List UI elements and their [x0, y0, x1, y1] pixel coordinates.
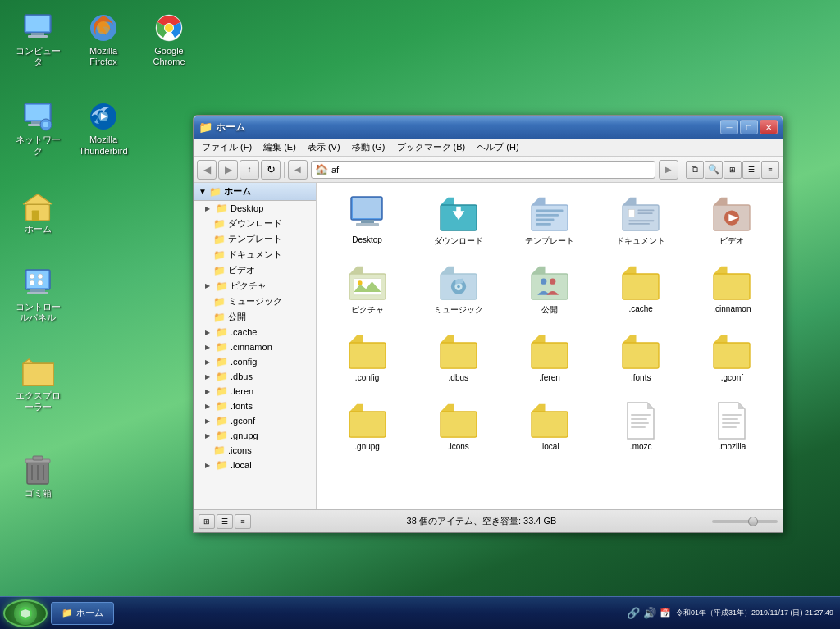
- statusbar-list-view-button[interactable]: ☰: [217, 514, 233, 529]
- sidebar-item-music[interactable]: 📁 ミュージック: [194, 294, 316, 309]
- sidebar-item-feren[interactable]: ▶ 📁 .feren: [194, 384, 316, 399]
- toolbar-icon-view-button[interactable]: ⊞: [724, 161, 742, 179]
- sidebar-item-config[interactable]: ▶ 📁 .config: [194, 354, 316, 369]
- sidebar-item-local[interactable]: ▶ 📁 .local: [194, 458, 316, 472]
- statusbar-zoom-slider[interactable]: [712, 520, 778, 523]
- toolbar-nav-right[interactable]: ▶: [659, 160, 678, 180]
- desktop-icon-chrome[interactable]: Google Chrome: [139, 8, 199, 71]
- sidebar-item-label-video: ビデオ: [228, 264, 255, 276]
- menu-file[interactable]: ファイル (F): [197, 139, 257, 155]
- svg-rect-78: [722, 414, 742, 416]
- svg-point-22: [30, 274, 34, 279]
- file-item-public[interactable]: 公開: [505, 258, 593, 324]
- sidebar-item-public[interactable]: 📁 公開: [194, 309, 316, 325]
- sidebar-item-cache[interactable]: ▶ 📁 .cache: [194, 325, 316, 340]
- sidebar-item-dbus[interactable]: ▶ 📁 .dbus: [194, 369, 316, 384]
- file-item-mozc[interactable]: .mozc: [597, 396, 685, 462]
- slider-thumb[interactable]: [748, 517, 758, 526]
- sidebar-item-picture[interactable]: ▶ 📁 ピクチャ: [194, 278, 316, 294]
- window-titlebar: 📁 ホーム ─ □ ✕: [194, 116, 783, 139]
- desktop-icon-computer[interactable]: コンピュータ: [8, 8, 67, 71]
- file-icon-public: [530, 263, 569, 303]
- file-item-download[interactable]: ダウンロード: [414, 189, 502, 255]
- toolbar-search-button[interactable]: 🔍: [705, 161, 723, 179]
- sidebar-item-fonts[interactable]: ▶ 📁 .fonts: [194, 399, 316, 413]
- sidebar-item-download[interactable]: 📁 ダウンロード: [194, 216, 316, 231]
- file-item-document[interactable]: ドキュメント: [597, 189, 685, 255]
- statusbar-compact-view-button[interactable]: ≡: [235, 514, 251, 529]
- location-text: af: [331, 165, 339, 175]
- file-item-desktop[interactable]: Desktop: [323, 189, 411, 255]
- file-item-icons[interactable]: .icons: [414, 396, 502, 462]
- file-name-mozilla: .mozilla: [718, 442, 746, 451]
- file-icon-gnupg: [348, 401, 387, 440]
- svg-rect-70: [714, 343, 750, 368]
- desktop: コンピュータ Mozilla Firefox: [0, 0, 840, 629]
- sidebar-item-icons[interactable]: 📁 .icons: [194, 443, 316, 458]
- file-icon-mozilla: [712, 401, 751, 440]
- desktop-icon-home[interactable]: ホーム: [8, 186, 67, 238]
- file-icon-local: [530, 401, 569, 440]
- desktop-icon-firefox[interactable]: Mozilla Firefox: [74, 8, 133, 71]
- file-item-fonts[interactable]: .fonts: [597, 327, 685, 393]
- toolbar-location-bar[interactable]: 🏠 af: [311, 161, 655, 179]
- svg-rect-43: [536, 214, 559, 217]
- window-maximize-button[interactable]: □: [740, 120, 758, 134]
- svg-point-5: [97, 21, 110, 34]
- file-item-video[interactable]: ビデオ: [688, 189, 776, 255]
- sidebar-item-cinnamon[interactable]: ▶ 📁 .cinnamon: [194, 340, 316, 354]
- desktop-icon-thunderbird[interactable]: Mozilla Thunderbird: [74, 97, 133, 159]
- file-item-gconf[interactable]: .gconf: [688, 327, 776, 393]
- file-item-music[interactable]: ミュージック: [414, 258, 502, 324]
- sidebar-item-desktop[interactable]: ▶ 📁 Desktop: [194, 201, 316, 216]
- sidebar-item-template[interactable]: 📁 テンプレート: [194, 231, 316, 247]
- toolbar-list-view-button[interactable]: ☰: [742, 161, 760, 179]
- file-item-mozilla[interactable]: .mozilla: [688, 396, 776, 462]
- desktop-icon-network[interactable]: ネットワーク: [8, 97, 67, 159]
- menu-bookmarks[interactable]: ブックマーク (B): [392, 139, 471, 155]
- toolbar-compact-view-button[interactable]: ≡: [761, 161, 779, 179]
- window-close-button[interactable]: ✕: [760, 120, 778, 134]
- file-item-cache[interactable]: .cache: [597, 258, 685, 324]
- sidebar-folder-icon-cinnamon: 📁: [216, 341, 228, 353]
- desktop-icon-computer-label: コンピュータ: [11, 46, 64, 67]
- sidebar-arrow-gconf: ▶: [205, 417, 213, 425]
- file-item-picture[interactable]: ピクチャ: [323, 258, 411, 324]
- toolbar-up-button[interactable]: ↑: [240, 160, 259, 180]
- sidebar-item-gnupg[interactable]: ▶ 📁 .gnupg: [194, 428, 316, 443]
- file-item-local[interactable]: .local: [505, 396, 593, 462]
- taskbar-start-button[interactable]: [3, 599, 48, 627]
- sidebar-item-video[interactable]: 📁 ビデオ: [194, 262, 316, 278]
- toolbar-reload-button[interactable]: ↻: [261, 160, 281, 180]
- menu-go[interactable]: 移動 (G): [347, 139, 390, 155]
- trash-icon: [21, 454, 54, 486]
- menu-help[interactable]: ヘルプ (H): [472, 139, 523, 155]
- toolbar-new-window-button[interactable]: ⧉: [686, 161, 704, 179]
- file-name-picture: ピクチャ: [351, 304, 384, 316]
- desktop-icon-firefox-label: Mozilla Firefox: [77, 46, 130, 67]
- sidebar-item-gconf[interactable]: ▶ 📁 .gconf: [194, 413, 316, 428]
- sidebar-header-label: ホーム: [224, 185, 251, 198]
- file-item-config[interactable]: .config: [323, 327, 411, 393]
- toolbar-forward-button[interactable]: ▶: [218, 160, 238, 180]
- statusbar-icon-view-button[interactable]: ⊞: [199, 514, 215, 529]
- desktop-icon-trash[interactable]: ゴミ箱: [8, 450, 67, 502]
- menu-edit[interactable]: 編集 (E): [258, 139, 301, 155]
- window-minimize-button[interactable]: ─: [720, 120, 738, 134]
- file-item-gnupg[interactable]: .gnupg: [323, 396, 411, 462]
- menu-view[interactable]: 表示 (V): [303, 139, 345, 155]
- taskbar-item-home[interactable]: 📁 ホーム: [51, 602, 114, 625]
- file-icon-mozc: [621, 401, 660, 440]
- file-item-dbus[interactable]: .dbus: [414, 327, 502, 393]
- file-name-mozc: .mozc: [630, 442, 652, 451]
- toolbar-back-button[interactable]: ◀: [197, 160, 217, 180]
- file-item-template[interactable]: テンプレート: [505, 189, 593, 255]
- file-item-cinnamon[interactable]: .cinnamon: [688, 258, 776, 324]
- file-item-feren[interactable]: .feren: [505, 327, 593, 393]
- desktop-icon-control-panel[interactable]: コントロールパネル: [8, 264, 67, 326]
- sidebar-folder-icon-public: 📁: [213, 312, 226, 323]
- toolbar-nav-left[interactable]: ◀: [288, 160, 308, 180]
- desktop-icon-explorer[interactable]: エクスプローラー: [8, 353, 67, 415]
- sidebar-folder-icon-cache: 📁: [216, 326, 228, 338]
- sidebar-item-document[interactable]: 📁 ドキュメント: [194, 247, 316, 262]
